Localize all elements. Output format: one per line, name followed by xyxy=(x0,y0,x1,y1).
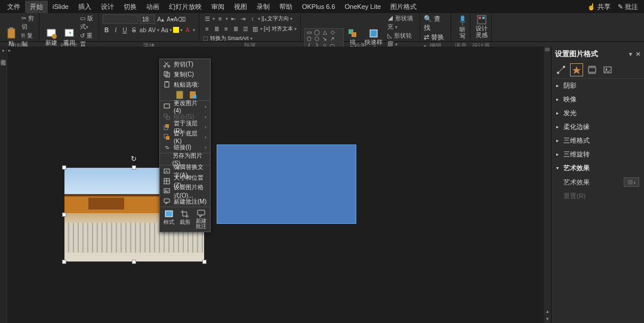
shape-outline-button[interactable]: ◺ 形状轮廓 ▾ xyxy=(386,32,416,48)
tab-effects[interactable] xyxy=(571,64,583,76)
clear-format-button[interactable]: A⌫ xyxy=(175,15,184,23)
spacing-button[interactable]: AV xyxy=(148,26,156,34)
reset-button[interactable]: ↺ 重置 xyxy=(79,32,95,48)
tab-size[interactable] xyxy=(586,64,598,76)
mic-icon xyxy=(458,15,467,26)
scrollbar-thumb[interactable] xyxy=(545,48,550,51)
align-right-button[interactable]: ≡ xyxy=(222,24,230,33)
shadow-text-button[interactable]: ab xyxy=(139,26,147,34)
prev-slide-icon[interactable]: ▴ xyxy=(546,308,549,314)
paste-picture[interactable] xyxy=(187,90,198,100)
section-soft-edges[interactable]: ▸柔化边缘 xyxy=(551,120,644,134)
share-button[interactable]: ☝ 共享 xyxy=(584,1,614,13)
menu-onekey[interactable]: OneKey Lite xyxy=(340,1,386,12)
resize-handle-br[interactable] xyxy=(202,260,207,264)
resize-handle-tc[interactable] xyxy=(132,165,136,170)
indent-inc-button[interactable]: ⇥ xyxy=(239,14,247,23)
font-size-input[interactable]: 18 xyxy=(140,14,155,24)
ctx-cut[interactable]: 剪切(T) xyxy=(160,59,210,69)
section-reflection[interactable]: ▸映像 xyxy=(551,93,644,106)
layout-button[interactable]: ▭ 版式▾ xyxy=(79,14,95,31)
menu-animation[interactable]: 动画 xyxy=(141,1,164,13)
designer-button[interactable]: 设计 灵感 xyxy=(474,14,489,39)
find-button[interactable]: 🔍 查找 xyxy=(424,14,447,32)
text-direction-button[interactable]: ||₄ 文字方向 xyxy=(261,15,289,23)
next-slide-icon[interactable]: ▾ xyxy=(546,316,549,322)
mini-style-button[interactable]: 样式 xyxy=(161,208,177,230)
menu-okplus[interactable]: OKPlus 6.6 xyxy=(297,1,340,12)
mini-comment-button[interactable]: 新建 批注 xyxy=(193,208,209,230)
linespacing-button[interactable]: ↕ xyxy=(248,14,257,23)
menu-home[interactable]: 开始 xyxy=(25,1,48,13)
artistic-effect-dropdown[interactable] xyxy=(624,177,639,187)
change-pic-icon xyxy=(164,103,170,110)
menu-islide[interactable]: iSlide xyxy=(48,1,73,12)
menu-review[interactable]: 审阅 xyxy=(207,1,229,13)
italic-button[interactable]: I xyxy=(112,26,119,34)
ctx-change-picture[interactable]: 更改图片(4)› xyxy=(160,101,210,112)
rotate-handle[interactable]: ↻ xyxy=(131,155,138,162)
dictate-button[interactable]: 听写 xyxy=(455,14,470,40)
mini-crop-button[interactable]: 裁剪 xyxy=(177,208,193,230)
menu-file[interactable]: 文件 xyxy=(2,1,25,13)
section-glow[interactable]: ▸发光 xyxy=(551,106,644,120)
slide-canvas[interactable]: ▸ ↻ 剪切(T) 复制(C) xyxy=(7,47,551,323)
group-drawing: ▭◯△◇⬠⬡ ↘↗{}☆⬭ ↺⤴⤵∿⬫▽ 排列 快速样式 ◢ 形状填充 ▾ ◺ … xyxy=(301,13,420,41)
section-3d-format[interactable]: ▸三维格式 xyxy=(551,134,644,147)
numbering-button[interactable]: ≡ xyxy=(216,14,224,23)
menu-view[interactable]: 视图 xyxy=(229,1,252,13)
comment-button[interactable]: ✎ 批注 xyxy=(614,1,642,13)
svg-rect-20 xyxy=(193,95,196,99)
ctx-send-back[interactable]: 置于底层(K)› xyxy=(160,132,210,142)
vertical-scrollbar[interactable]: ▴ ▾ xyxy=(544,47,551,323)
resize-handle-tl[interactable] xyxy=(62,165,66,170)
panel-dropdown-icon[interactable]: ▾ xyxy=(629,51,632,57)
smartart-button[interactable]: ⬚ 转换为 SmartArt xyxy=(203,35,249,42)
ctx-format-picture[interactable]: 设置图片格式(O)... xyxy=(160,186,210,196)
align-left-button[interactable]: ≡ xyxy=(203,24,211,33)
resize-handle-bc[interactable] xyxy=(132,260,136,264)
case-button[interactable]: Aa xyxy=(161,26,168,34)
menu-record[interactable]: 录制 xyxy=(252,1,275,13)
menu-design[interactable]: 设计 xyxy=(96,1,119,13)
justify-button[interactable]: ≣ xyxy=(232,24,240,33)
menu-slideshow[interactable]: 幻灯片放映 xyxy=(164,1,207,13)
panel-close-icon[interactable]: ✕ xyxy=(636,51,640,57)
tab-fill-line[interactable] xyxy=(555,64,567,76)
section-artistic-effects[interactable]: ▾艺术效果 xyxy=(551,161,644,175)
distribute-button[interactable]: ☰ xyxy=(241,24,249,33)
menu-insert[interactable]: 插入 xyxy=(73,1,96,13)
menu-picformat[interactable]: 图片格式 xyxy=(386,1,421,13)
indent-dec-button[interactable]: ⇤ xyxy=(229,14,238,23)
svg-point-3 xyxy=(52,34,57,39)
menu-help[interactable]: 帮助 xyxy=(275,1,297,13)
copy-button[interactable]: ⎘ 复制 xyxy=(20,32,35,48)
resize-handle-bl[interactable] xyxy=(62,260,66,264)
bold-button[interactable]: B xyxy=(103,26,110,34)
shape-fill-button[interactable]: ◢ 形状填充 ▾ xyxy=(386,14,416,31)
section-shadow[interactable]: ▸阴影 xyxy=(551,79,644,93)
ctx-new-comment[interactable]: 新建批注(M) xyxy=(160,196,210,207)
increase-font-button[interactable]: A▴ xyxy=(156,15,165,23)
font-name-input[interactable] xyxy=(103,14,138,24)
section-3d-rotation[interactable]: ▸三维旋转 xyxy=(551,147,644,161)
ctx-link[interactable]: 链接(I)› xyxy=(160,142,210,152)
side-strip[interactable]: ▸ 缩览图 xyxy=(0,47,7,323)
align-text-button[interactable]: [≡] 对齐文本 xyxy=(264,25,293,33)
align-center-button[interactable]: ≣ xyxy=(212,24,221,33)
highlight-button[interactable] xyxy=(173,27,178,33)
columns-button[interactable]: ▥ xyxy=(251,24,259,33)
tab-picture[interactable] xyxy=(602,64,614,76)
underline-button[interactable]: U xyxy=(121,26,128,34)
font-color-button[interactable]: A xyxy=(184,26,192,34)
canvas-chevron-icon[interactable]: ▸ xyxy=(8,48,11,53)
cut-button[interactable]: ✂ 剪切 xyxy=(20,14,35,31)
style-icon xyxy=(164,210,174,218)
bullets-button[interactable]: ☰ xyxy=(203,14,211,23)
slide-shape[interactable] xyxy=(217,144,356,224)
strike-button[interactable]: S xyxy=(130,26,138,34)
ctx-copy[interactable]: 复制(C) xyxy=(160,69,210,79)
menu-transition[interactable]: 切换 xyxy=(119,1,141,13)
paste-keep-formatting[interactable] xyxy=(174,90,185,100)
resize-handle-ml[interactable] xyxy=(62,213,66,217)
